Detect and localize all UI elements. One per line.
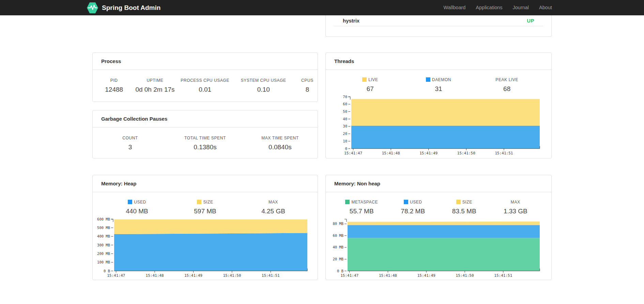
metric-pid: PID 12488: [93, 78, 135, 93]
threads-legend: LIVE 67 DAEMON 31 PEAK LIVE 68: [326, 70, 551, 93]
svg-text:80 MB: 80 MB: [333, 222, 343, 226]
size-swatch-icon: [456, 200, 461, 204]
svg-text:40 MB: 40 MB: [333, 245, 343, 249]
svg-text:0 B: 0 B: [337, 269, 343, 273]
svg-text:200 MB: 200 MB: [97, 252, 110, 256]
size-swatch-icon: [197, 200, 201, 204]
gc-panel-heading: Garbage Collection Pauses: [93, 110, 318, 127]
dashboard: Process PID 12488 UPTIME 0d 0h 2m 17s PR…: [92, 15, 552, 280]
used-swatch-icon: [128, 200, 132, 204]
svg-text:15:41:49: 15:41:49: [184, 273, 202, 278]
svg-text:15:41:50: 15:41:50: [456, 273, 474, 278]
metaspace-swatch-icon: [345, 200, 350, 204]
services-panel-fragment: hystrix UP: [325, 15, 552, 37]
navbar: Spring Boot Admin Wallboard Applications…: [0, 0, 644, 15]
svg-text:0 B: 0 B: [104, 269, 110, 273]
metric-gc-max-time: MAX TIME SPENT 0.0840s: [243, 136, 318, 151]
legend-nonheap-max: MAX 1.33 GB: [490, 200, 541, 215]
garbage-collection-panel: Garbage Collection Pauses COUNT 3 TOTAL …: [92, 110, 318, 158]
memory-heap-heading: Memory: Heap: [93, 175, 318, 192]
nav-item-journal[interactable]: Journal: [508, 0, 534, 15]
legend-nonheap-used: USED 78.2 MB: [387, 200, 439, 215]
navbar-menu: Wallboard Applications Journal About: [439, 0, 557, 15]
svg-text:40: 40: [343, 117, 347, 121]
memory-nonheap-panel: Memory: Non heap METASPACE 55.7 MB USED …: [325, 175, 552, 280]
legend-heap-size: SIZE 597 MB: [171, 200, 239, 215]
metric-cpus: CPUS 8: [292, 78, 323, 93]
metric-process-cpu-usage: PROCESS CPU USAGE 0.01: [175, 78, 235, 93]
service-name: hystrix: [343, 18, 359, 24]
svg-text:0: 0: [345, 147, 347, 151]
process-panel-heading: Process: [93, 53, 318, 70]
legend-nonheap-metaspace: METASPACE 55.7 MB: [336, 200, 387, 215]
svg-text:60 MB: 60 MB: [333, 233, 343, 238]
nav-item-applications[interactable]: Applications: [471, 0, 507, 15]
gc-metrics: COUNT 3 TOTAL TIME SPENT 0.1380s MAX TIM…: [93, 127, 318, 151]
threads-panel: Threads LIVE 67 DAEMON 31 PEAK LIVE 68 1…: [325, 52, 552, 158]
svg-text:15:41:51: 15:41:51: [262, 273, 280, 278]
memory-nonheap-title: Memory: Non heap: [334, 180, 543, 187]
svg-text:15:41:50: 15:41:50: [457, 151, 475, 155]
daemon-swatch-icon: [426, 77, 430, 82]
memory-heap-panel: Memory: Heap USED 440 MB SIZE 597 MB MAX…: [92, 175, 318, 280]
svg-text:600 MB: 600 MB: [97, 217, 110, 221]
svg-text:15:41:47: 15:41:47: [340, 273, 358, 278]
memory-nonheap-chart: 15:41:4715:41:4815:41:4915:41:5015:41:51…: [326, 217, 551, 278]
svg-text:15:41:47: 15:41:47: [107, 273, 125, 278]
legend-nonheap-size: SIZE 83.5 MB: [439, 200, 490, 215]
process-metrics: PID 12488 UPTIME 0d 0h 2m 17s PROCESS CP…: [93, 70, 318, 93]
threads-chart: 15:41:4715:41:4815:41:4915:41:5015:41:51…: [326, 95, 551, 155]
memory-nonheap-heading: Memory: Non heap: [326, 175, 551, 192]
svg-text:15:41:51: 15:41:51: [495, 151, 513, 155]
svg-text:50: 50: [343, 109, 347, 113]
brand-title: Spring Boot Admin: [102, 4, 160, 12]
svg-text:15:41:48: 15:41:48: [379, 273, 397, 278]
legend-threads-daemon: DAEMON 31: [404, 77, 473, 93]
svg-text:400 MB: 400 MB: [97, 234, 110, 238]
memory-heap-legend: USED 440 MB SIZE 597 MB MAX 4.25 GB: [93, 192, 318, 215]
memory-nonheap-legend: METASPACE 55.7 MB USED 78.2 MB SIZE 83.5…: [326, 192, 551, 215]
metric-gc-total-time: TOTAL TIME SPENT 0.1380s: [168, 136, 243, 151]
svg-text:60: 60: [343, 102, 347, 106]
legend-heap-used: USED 440 MB: [103, 200, 171, 215]
svg-text:500 MB: 500 MB: [97, 226, 110, 230]
nav-item-about[interactable]: About: [534, 0, 557, 15]
svg-text:20: 20: [343, 132, 347, 136]
service-row-hystrix[interactable]: hystrix UP: [334, 15, 543, 26]
brand-link[interactable]: Spring Boot Admin: [87, 2, 160, 14]
metric-uptime: UPTIME 0d 0h 2m 17s: [135, 78, 174, 93]
spring-boot-admin-logo-icon: [87, 2, 98, 14]
legend-threads-live: LIVE 67: [336, 77, 404, 93]
service-status-badge: UP: [527, 18, 534, 24]
used-swatch-icon: [404, 200, 408, 204]
svg-text:15:41:49: 15:41:49: [419, 151, 438, 155]
svg-text:15:41:49: 15:41:49: [417, 273, 435, 278]
svg-text:15:41:51: 15:41:51: [494, 273, 512, 278]
metric-gc-count: COUNT 3: [93, 136, 168, 151]
svg-text:15:41:47: 15:41:47: [344, 151, 362, 155]
svg-text:300 MB: 300 MB: [97, 243, 110, 247]
svg-text:10: 10: [343, 139, 347, 143]
legend-threads-peak-live: PEAK LIVE 68: [473, 77, 541, 93]
threads-panel-title: Threads: [334, 58, 543, 64]
process-panel: Process PID 12488 UPTIME 0d 0h 2m 17s PR…: [92, 52, 318, 102]
process-panel-title: Process: [101, 58, 309, 64]
svg-text:70: 70: [343, 95, 347, 99]
threads-panel-heading: Threads: [326, 53, 551, 70]
svg-text:15:41:48: 15:41:48: [382, 151, 400, 155]
memory-heap-title: Memory: Heap: [101, 180, 309, 187]
memory-heap-chart: 15:41:4715:41:4815:41:4915:41:5015:41:51…: [93, 217, 318, 278]
gc-panel-title: Garbage Collection Pauses: [101, 116, 309, 122]
metric-system-cpu-usage: SYSTEM CPU USAGE 0.10: [235, 78, 292, 93]
svg-text:30: 30: [343, 124, 347, 128]
svg-text:100 MB: 100 MB: [97, 260, 110, 264]
legend-heap-max: MAX 4.25 GB: [239, 200, 307, 215]
svg-text:15:41:48: 15:41:48: [146, 273, 164, 278]
svg-text:15:41:50: 15:41:50: [223, 273, 241, 278]
svg-text:20 MB: 20 MB: [333, 257, 343, 261]
live-swatch-icon: [362, 77, 367, 82]
nav-item-wallboard[interactable]: Wallboard: [439, 0, 471, 15]
